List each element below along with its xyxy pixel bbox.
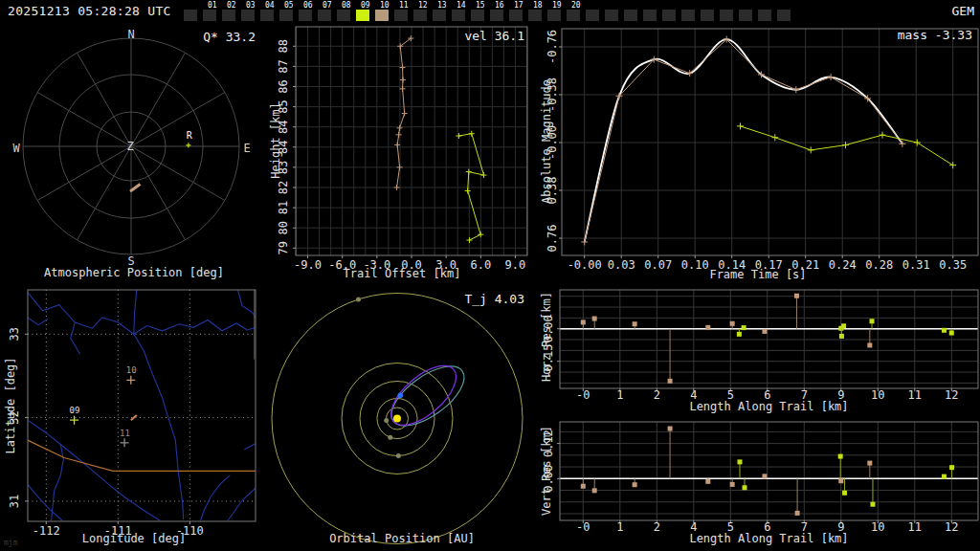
svg-text:86: 86 [277,79,290,93]
frame-cell[interactable]: 13 [433,0,452,23]
frame-number-label: 04 [265,1,275,10]
frame-strip: 0102030405060708091011121314151617181920 [184,0,796,23]
frame-time-axis-label: Frame Time [s] [536,268,980,281]
frame-thumbnail[interactable] [222,10,235,21]
frame-thumbnail[interactable] [375,10,389,21]
q-star-stat: Q* 33.2 [0,30,256,44]
frame-number-label: 19 [552,1,562,10]
longitude-axis-label: Longitude [deg] [0,532,268,545]
frame-number-label: 15 [476,1,485,10]
frame-thumbnail[interactable] [299,10,312,21]
frame-thumbnail[interactable] [394,10,408,21]
frame-cell[interactable]: 14 [452,0,471,23]
frame-thumbnail[interactable] [528,10,542,21]
frame-thumbnail[interactable] [318,10,331,21]
svg-text:31: 31 [8,495,21,508]
frame-cell[interactable]: 10 [375,0,394,23]
frame-thumbnail[interactable] [356,10,369,21]
frame-thumbnail[interactable] [624,10,637,21]
svg-text:79: 79 [277,241,290,254]
frame-number-label: 11 [399,1,409,10]
shower-code: GEM [952,4,974,18]
top-bar: 20251213 05:28:28 UTC 010203040506070809… [0,0,980,23]
frame-cell[interactable]: 20 [567,0,586,23]
svg-text:W: W [12,142,20,155]
frame-thumbnail[interactable] [452,10,465,21]
frame-thumbnail[interactable] [241,10,255,21]
frame-thumbnail[interactable] [279,10,293,21]
ground-map-plot: 091011-112-111-110333231 [0,287,268,551]
trail-offset-axis-label: Trail Offset [km] [268,267,536,280]
frame-thumbnail[interactable] [471,10,484,21]
frame-thumbnail[interactable] [567,10,580,21]
frame-number-label: 20 [571,1,581,10]
frame-cell[interactable] [739,0,758,23]
frame-cell[interactable]: 09 [356,0,375,23]
frame-cell[interactable]: 04 [260,0,279,23]
frame-cell[interactable]: 12 [413,0,433,23]
frame-cell[interactable]: 06 [299,0,318,23]
frame-cell[interactable] [605,0,624,23]
frame-cell[interactable] [643,0,662,23]
frame-thumbnail[interactable] [681,10,695,21]
residuals-plots: -012456791011120.00-0.15-012456791011120… [536,287,980,551]
frame-cell[interactable] [184,0,203,23]
frame-cell[interactable]: 18 [528,0,547,23]
frame-cell[interactable]: 02 [222,0,241,23]
frame-cell[interactable]: 08 [337,0,356,23]
frame-number-label: 03 [246,1,256,10]
frame-number-label: 09 [361,1,370,10]
frame-cell[interactable]: 15 [471,0,490,23]
frame-thumbnail[interactable] [184,10,197,21]
frame-thumbnail[interactable] [547,10,561,21]
frame-number-label: 12 [418,1,428,10]
frame-cell[interactable]: 07 [318,0,337,23]
latitude-axis-label: Latitude [deg] [4,357,17,453]
frame-thumbnail[interactable] [720,10,733,21]
frame-number-label: 18 [533,1,543,10]
frame-thumbnail[interactable] [413,10,427,21]
svg-text:10: 10 [126,365,137,375]
frame-thumbnail[interactable] [586,10,599,21]
frame-number-label: 08 [342,1,351,10]
frame-cell[interactable] [701,0,720,23]
frame-cell[interactable]: 05 [279,0,299,23]
frame-thumbnail[interactable] [739,10,752,21]
frame-thumbnail[interactable] [605,10,618,21]
frame-number-label: 14 [457,1,466,10]
frame-cell[interactable]: 19 [547,0,567,23]
frame-thumbnail[interactable] [777,10,791,21]
meteor-analysis-app: 20251213 05:28:28 UTC 010203040506070809… [0,0,980,551]
frame-cell[interactable] [758,0,777,23]
frame-thumbnail[interactable] [662,10,676,21]
frame-thumbnail[interactable] [433,10,446,21]
frame-thumbnail[interactable] [509,10,523,21]
frame-thumbnail[interactable] [203,10,216,21]
frame-cell[interactable]: 11 [394,0,413,23]
svg-text:80: 80 [277,221,290,234]
height-axis-label: Height [km] [269,102,282,178]
vert-res-axis-label: Vert Res [km] [540,426,553,516]
frame-thumbnail[interactable] [701,10,714,21]
frame-cell[interactable] [586,0,605,23]
svg-text:E: E [243,142,250,155]
frame-cell[interactable] [624,0,643,23]
frame-cell[interactable]: 16 [490,0,509,23]
frame-number-label: 05 [284,1,294,10]
frame-cell[interactable] [720,0,739,23]
frame-thumbnail[interactable] [337,10,350,21]
magnitude-axis-label: Absolute Magnitude [540,79,553,204]
frame-cell[interactable] [777,0,796,23]
frame-thumbnail[interactable] [490,10,503,21]
frame-cell[interactable]: 17 [509,0,528,23]
tisserand-stat: T_j 4.03 [268,292,524,306]
frame-thumbnail[interactable] [758,10,771,21]
frame-cell[interactable]: 01 [203,0,222,23]
svg-text:11: 11 [120,429,130,438]
frame-thumbnail[interactable] [643,10,657,21]
frame-thumbnail[interactable] [260,10,274,21]
frame-cell[interactable] [662,0,681,23]
frame-cell[interactable]: 03 [241,0,260,23]
frame-cell[interactable] [681,0,701,23]
atmospheric-caption: Atmospheric Position [deg] [0,266,268,279]
